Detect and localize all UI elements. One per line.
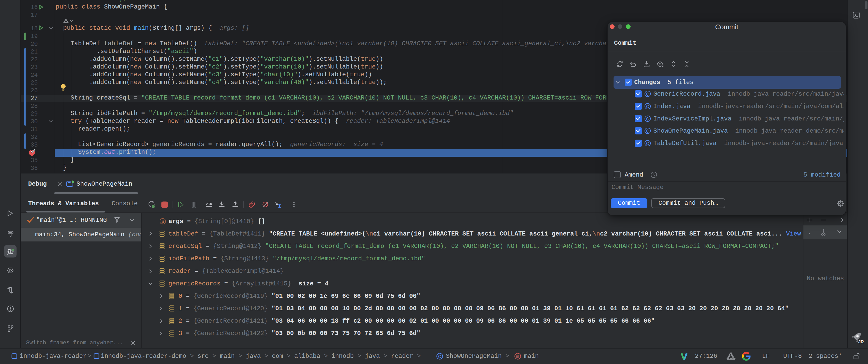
svg-text:C: C — [646, 129, 649, 134]
svg-text:C: C — [646, 116, 649, 122]
svg-text:C: C — [646, 91, 649, 97]
svg-text:C: C — [646, 141, 649, 147]
svg-text:p: p — [161, 219, 164, 225]
svg-text:C: C — [438, 354, 441, 360]
svg-text:m: m — [516, 354, 519, 360]
svg-text:C: C — [646, 104, 649, 110]
svg-text:JR: JR — [858, 339, 864, 344]
